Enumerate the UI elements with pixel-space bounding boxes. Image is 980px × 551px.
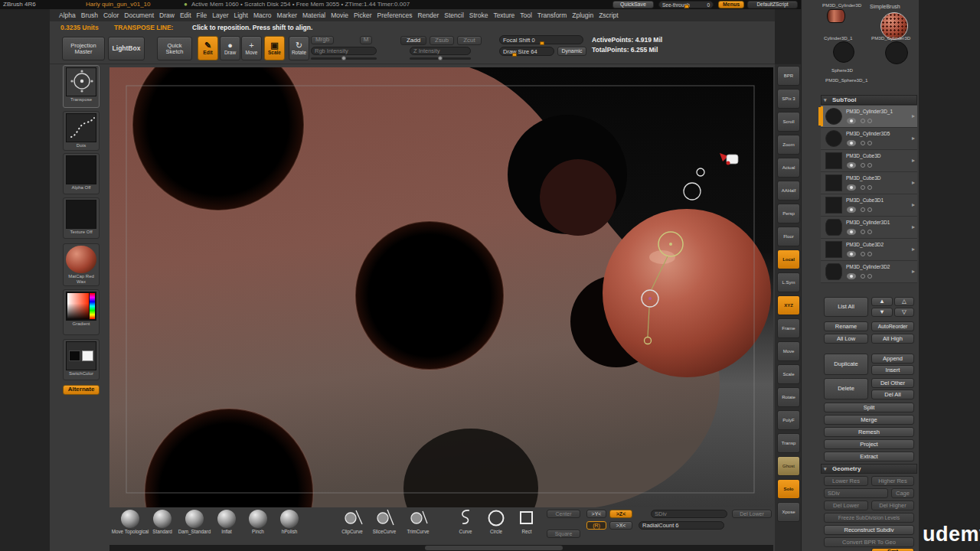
transpose-brush-button[interactable]: Transpose <box>63 65 100 108</box>
alternate-button[interactable]: Alternate <box>63 385 100 395</box>
curve-stroke-button[interactable] <box>457 508 474 530</box>
del-all-button[interactable]: Del All <box>871 390 914 399</box>
polypaint-toggle-icon[interactable] <box>861 230 865 234</box>
horizontal-scrollbar[interactable] <box>109 545 773 551</box>
trim-curve-button[interactable] <box>409 508 429 530</box>
menu-zplugin[interactable]: Zplugin <box>572 11 593 19</box>
z-intensity-track[interactable] <box>410 57 471 60</box>
brush-thumbnail[interactable] <box>280 510 299 528</box>
material-selector-button[interactable]: MatCap Red Wax <box>63 243 100 286</box>
visibility-eye-icon[interactable] <box>847 184 856 191</box>
see-through-slider[interactable]: See-through 0 <box>658 1 714 8</box>
sphere-subtool[interactable] <box>603 209 771 377</box>
draw-mode-button[interactable]: ● Draw <box>220 36 240 60</box>
all-high-button[interactable]: All High <box>871 334 914 344</box>
default-zscript-button[interactable]: DefaultZScript <box>747 1 798 8</box>
square-button[interactable]: Square <box>547 530 580 538</box>
rail-move-button[interactable]: Move <box>777 341 800 361</box>
canvas-viewport[interactable] <box>109 67 773 507</box>
visibility-eye-icon[interactable] <box>847 207 856 213</box>
merge-button[interactable]: Merge <box>824 415 914 425</box>
clip-curve-button[interactable] <box>343 508 363 530</box>
subtool-arrow-icon[interactable]: ▸ <box>912 179 915 186</box>
rail-polyf-button[interactable]: PolyF <box>777 410 800 430</box>
freeze-subdivision-button[interactable]: Freeze SubDivision Levels <box>824 513 914 523</box>
brush-thumbnail[interactable] <box>249 510 267 528</box>
x-axis-button[interactable]: >X< <box>609 521 632 530</box>
center-button[interactable]: Center <box>547 510 580 518</box>
slider-handle[interactable] <box>684 5 689 8</box>
move-mode-button[interactable]: + Move <box>241 36 262 60</box>
slice-curve-button[interactable] <box>375 508 395 530</box>
stroke-dots-button[interactable]: Dots <box>63 111 100 151</box>
rail-xyz-button[interactable]: XYZ <box>777 295 800 315</box>
subtool-row[interactable]: PM3D_Cube3D ▸ <box>821 172 917 194</box>
menu-texture[interactable]: Texture <box>493 11 514 19</box>
menu-alpha[interactable]: Alpha <box>59 11 76 19</box>
menu-layer[interactable]: Layer <box>212 11 228 19</box>
subtool-arrow-icon[interactable]: ▸ <box>912 223 915 230</box>
brush-thumbnail[interactable] <box>153 510 172 528</box>
polypaint-toggle-icon[interactable] <box>861 252 865 256</box>
circle-stroke-button[interactable] <box>487 509 505 530</box>
menu-movie[interactable]: Movie <box>331 11 348 19</box>
rail-bpr-button[interactable]: BPR <box>777 66 800 86</box>
menu-zscript[interactable]: Zscript <box>599 11 619 19</box>
zcut-button[interactable]: Zcut <box>457 36 482 45</box>
menu-edit[interactable]: Edit <box>180 11 191 19</box>
uv-toggle-icon[interactable] <box>867 230 872 234</box>
slider-handle[interactable] <box>438 56 443 60</box>
uv-toggle-icon[interactable] <box>867 207 872 212</box>
rgb-intensity-slider[interactable]: Rgb Intensity <box>311 47 377 55</box>
menu-material[interactable]: Material <box>302 11 325 19</box>
draw-size-slider[interactable]: Draw Size 64 <box>499 47 554 56</box>
menu-stroke[interactable]: Stroke <box>469 11 488 19</box>
all-low-button[interactable]: All Low <box>824 334 868 344</box>
polypaint-toggle-icon[interactable] <box>861 207 865 212</box>
lower-res-button[interactable]: Lower Res <box>824 476 868 486</box>
menu-stencil[interactable]: Stencil <box>444 11 464 19</box>
scale-mode-button[interactable]: ▣ Scale <box>264 36 285 60</box>
reconstruct-subdiv-button[interactable]: Reconstruct Subdiv <box>824 525 914 535</box>
rail-xpose-button[interactable]: Xpose <box>777 502 800 522</box>
sdiv-bottom-slider[interactable]: SDiv <box>651 510 727 518</box>
uv-toggle-icon[interactable] <box>867 185 872 190</box>
mrgb-button[interactable]: Mrgb <box>311 36 334 44</box>
remesh-button[interactable]: Remesh <box>824 427 914 437</box>
menu-file[interactable]: File <box>197 11 207 19</box>
visibility-eye-icon[interactable] <box>847 118 856 124</box>
rgb-intensity-track[interactable] <box>311 57 377 60</box>
subtool-arrow-icon[interactable]: ▸ <box>912 268 915 275</box>
project-button[interactable]: Project <box>824 439 914 449</box>
subtool-arrow-icon[interactable]: ▸ <box>912 157 915 164</box>
subtool-row[interactable]: PM3D_Cylinder3D2 ▸ <box>821 261 917 283</box>
quicksave-button[interactable]: QuickSave <box>612 1 654 8</box>
polypaint-toggle-icon[interactable] <box>861 185 865 190</box>
slider-handle[interactable] <box>540 41 544 45</box>
subtool-down-button[interactable]: ▼ <box>871 308 893 317</box>
subtool-arrow-icon[interactable]: ▸ <box>912 112 915 119</box>
r-toggle-button[interactable]: (R) <box>586 521 606 530</box>
autoreorder-button[interactable]: AutoReorder <box>871 321 914 331</box>
menu-draw[interactable]: Draw <box>159 11 175 19</box>
geometry-section-header[interactable]: Geometry <box>821 464 917 474</box>
quick-sketch-button[interactable]: Quick Sketch <box>157 37 192 60</box>
subtool-row[interactable]: PM3D_Cylinder3D1 ▸ <box>821 217 917 239</box>
rotate-mode-button[interactable]: ↻ Rotate <box>289 36 309 60</box>
visibility-eye-icon[interactable] <box>847 162 856 168</box>
del-higher-button[interactable]: Del Higher <box>871 500 914 510</box>
append-button[interactable]: Append <box>871 354 914 364</box>
polypaint-toggle-icon[interactable] <box>861 141 865 145</box>
rail-actual-button[interactable]: Actual <box>777 158 800 178</box>
z-axis-button[interactable]: >Z< <box>609 510 632 518</box>
uv-toggle-icon[interactable] <box>867 252 872 256</box>
brush-thumbnail[interactable] <box>185 510 204 528</box>
subtool-arrow-icon[interactable]: ▸ <box>912 135 915 142</box>
convert-bpr-button[interactable]: Convert BPR To Geo <box>824 537 914 547</box>
brush-thumbnail[interactable] <box>217 510 236 528</box>
m-button[interactable]: M <box>360 36 372 44</box>
subtool-arrow-icon[interactable]: ▸ <box>912 201 915 208</box>
scrollbar-handle[interactable] <box>425 546 563 550</box>
edit-mode-button[interactable]: ✎ Edit <box>198 36 218 60</box>
radial-count-slider[interactable]: RadialCount 6 <box>639 521 724 530</box>
